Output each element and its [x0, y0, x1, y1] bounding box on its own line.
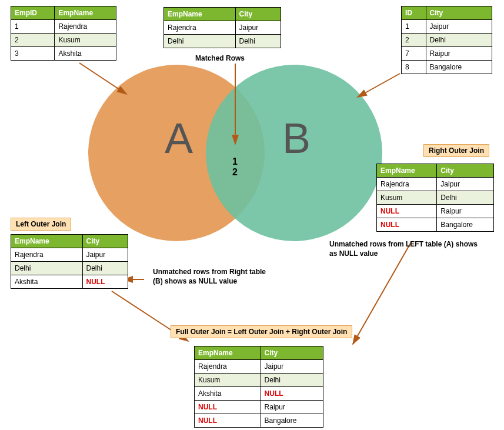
label-right-outer-join: Right Outer Join	[423, 144, 489, 157]
table-row: 3Akshita	[11, 47, 116, 61]
table-a: EmpIDEmpName 1Rajendra 2Kusum 3Akshita	[11, 6, 116, 61]
th: ID	[402, 6, 426, 20]
table-row: KusumDelhi	[377, 191, 494, 205]
table-row: 8Bangalore	[402, 61, 492, 74]
th: EmpName	[195, 346, 261, 360]
table-row: NULLRaipur	[377, 205, 494, 218]
label-full-outer-join: Full Outer Join = Left Outer Join + Righ…	[171, 325, 352, 338]
th: EmpName	[164, 8, 236, 21]
table-row: 7Raipur	[402, 47, 492, 61]
table-left-join: EmpNameCity RajendraJaipur DelhiDelhi Ak…	[11, 234, 128, 289]
venn-label-b: B	[282, 115, 311, 162]
th: EmpName	[11, 235, 83, 248]
table-row: DelhiDelhi	[11, 262, 128, 275]
table-matched: EmpNameCity RajendraJaipur DelhiDelhi	[163, 7, 281, 48]
label-left-outer-join: Left Outer Join	[11, 218, 71, 231]
arrow-a-to-venn	[79, 63, 126, 94]
th: EmpName	[55, 6, 116, 20]
th: City	[235, 8, 281, 21]
venn-inter-1: 1	[232, 156, 238, 166]
th: City	[437, 164, 494, 178]
note-left-null: Unmatched rows from Right table (B) show…	[153, 268, 276, 286]
caption-matched-rows: Matched Rows	[195, 54, 245, 62]
table-row: RajendraJaipur	[195, 360, 323, 374]
table-row: 2Delhi	[402, 34, 492, 47]
table-row: NULLRaipur	[195, 401, 323, 414]
table-row: NULLBangalore	[377, 218, 494, 232]
table-row: AkshitaNULL	[11, 275, 128, 289]
table-row: NULLBangalore	[195, 414, 323, 428]
arrow-b-to-venn	[358, 74, 400, 97]
venn-label-a: A	[165, 115, 193, 162]
table-row: 1Rajendra	[11, 20, 116, 34]
diagram-stage: A B 1 2 EmpIDEmpName 1Rajendra 2Kusum 3A…	[0, 0, 504, 430]
table-b: IDCity 1Jaipur 2Delhi 7Raipur 8Bangalore	[401, 6, 492, 74]
table-full-join: EmpNameCity RajendraJaipur KusumDelhi Ak…	[194, 346, 323, 428]
table-row: AkshitaNULL	[195, 387, 323, 401]
th: EmpName	[377, 164, 437, 178]
th: City	[426, 6, 492, 20]
th: City	[82, 235, 128, 248]
th: City	[261, 346, 323, 360]
table-row: 1Jaipur	[402, 20, 492, 34]
table-row: RajendraJaipur	[164, 21, 281, 35]
table-row: 2Kusum	[11, 34, 116, 47]
table-right-join: EmpNameCity RajendraJaipur KusumDelhi NU…	[376, 164, 494, 232]
table-row: DelhiDelhi	[164, 35, 281, 48]
table-row: RajendraJaipur	[377, 178, 494, 191]
venn-inter-2: 2	[232, 167, 238, 177]
table-row: RajendraJaipur	[11, 248, 128, 262]
th: EmpID	[11, 6, 55, 20]
table-row: KusumDelhi	[195, 374, 323, 387]
note-right-null: Unmatched rows from LEFT table (A) shows…	[329, 240, 482, 258]
